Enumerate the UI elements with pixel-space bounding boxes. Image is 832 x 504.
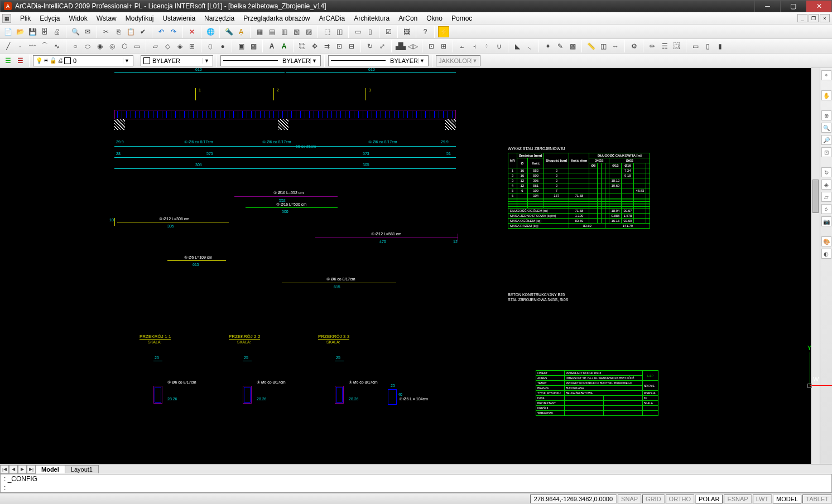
dropdown-arrow-icon[interactable]: ▼ (310, 58, 318, 64)
mesh-icon[interactable]: ⊞ (186, 41, 198, 52)
explode-icon[interactable]: ✦ (542, 41, 554, 52)
shade-icon[interactable]: ◐ (821, 249, 831, 259)
sphere-icon[interactable]: ● (217, 41, 228, 52)
menu-arcon[interactable]: ArCon (394, 13, 422, 23)
find-icon[interactable]: 🔦 (223, 26, 234, 37)
offset-icon[interactable]: ⇉ (321, 41, 333, 52)
print-icon[interactable]: 🖨 (51, 26, 62, 37)
menu-plik[interactable]: Plik (16, 13, 35, 23)
3dview-icon[interactable]: ◈ (821, 180, 831, 190)
toggle-ortho[interactable]: ORTHO (666, 495, 695, 503)
menu-wstaw[interactable]: Wstaw (92, 13, 121, 23)
orbit-icon[interactable]: ↻ (821, 167, 831, 177)
circle-icon[interactable]: ○ (70, 41, 81, 52)
misc1-icon[interactable]: ⚙ (628, 41, 639, 52)
toggle-grid[interactable]: GRID (642, 495, 665, 503)
menu-narzedzia[interactable]: Narzędzia (200, 13, 239, 23)
command-line[interactable]: : _CONFIG : (0, 474, 832, 493)
layer-mgr-icon[interactable]: ☰ (2, 55, 13, 66)
grid4-icon[interactable]: ▧ (291, 26, 302, 37)
menu-arcadia[interactable]: ArCADia (315, 13, 350, 23)
pan-icon[interactable]: ✋ (821, 90, 831, 100)
check-icon[interactable]: ☑ (383, 26, 394, 37)
redo-icon[interactable]: ↷ (168, 26, 179, 37)
layer-l-icon[interactable]: ▮ (714, 41, 725, 52)
color-selector[interactable]: BYLAYER ▼ (141, 55, 213, 66)
drawing-canvas[interactable]: ⌖ ✋ ⊕ 🔍 🔎 ⊡ ↻ ◈ ▱ ◊ 📷 🎨 ◐ 1 2 3 610 610 … (0, 68, 832, 464)
zoom-all-icon[interactable]: ⊡ (821, 147, 831, 157)
save-icon[interactable]: 💾 (27, 26, 38, 37)
tab-next[interactable]: ▶ (18, 465, 27, 474)
zoom-win-icon[interactable]: 🔍 (821, 123, 831, 133)
cyl-icon[interactable]: ⬯ (205, 41, 216, 52)
toggle-tablet[interactable]: TABLET (802, 495, 832, 503)
move-icon[interactable]: ✥ (309, 41, 320, 52)
delete-icon[interactable]: ✕ (186, 26, 198, 37)
3dface-icon[interactable]: ◈ (174, 41, 185, 52)
tab-layout1[interactable]: Layout1 (65, 465, 99, 473)
mdi-minimize[interactable]: _ (797, 14, 807, 22)
menu-okno[interactable]: Okno (422, 13, 447, 23)
selsim-icon[interactable]: ⿴ (671, 41, 682, 52)
camera-icon[interactable]: 📷 (821, 216, 831, 226)
tab-first[interactable]: |◀ (0, 465, 9, 474)
grid-icon[interactable]: ▦ (254, 26, 265, 37)
arc-icon[interactable]: ⌒ (39, 41, 50, 52)
polygon-icon[interactable]: ⬡ (119, 41, 130, 52)
props-icon[interactable]: ☴ (659, 41, 670, 52)
layer-selector[interactable]: 💡 ☀ 🔓 🖨 0 ▼ (33, 55, 133, 66)
join-icon[interactable]: ∪ (493, 41, 504, 52)
ent-snap-icon[interactable]: ⌖ (821, 70, 831, 80)
snap1-icon[interactable]: ⊡ (426, 41, 437, 52)
rect-icon[interactable]: ▭ (131, 41, 142, 52)
view1-icon[interactable]: ⬚ (321, 26, 333, 37)
text-icon[interactable]: A (266, 41, 277, 52)
dropdown-arrow-icon[interactable]: ▼ (123, 58, 131, 64)
tab-prev[interactable]: ◀ (9, 465, 18, 474)
menu-ustawienia[interactable]: Ustawienia (158, 13, 200, 23)
toggle-lwt[interactable]: LWT (753, 495, 772, 503)
donut-icon[interactable]: ◉ (94, 41, 105, 52)
system-menu-icon[interactable]: ▦ (2, 14, 11, 23)
layer-prev-icon[interactable]: ☰ (15, 55, 26, 66)
toggle-snap[interactable]: SNAP (618, 495, 641, 503)
menu-przegladarka[interactable]: Przeglądarka obrazów (239, 13, 314, 23)
open-icon[interactable]: 📂 (15, 26, 26, 37)
ring-icon[interactable]: ◎ (107, 41, 118, 52)
block-icon[interactable]: ▣ (235, 41, 247, 52)
tab-last[interactable]: ▶| (27, 465, 36, 474)
toggle-esnap[interactable]: ESNAP (724, 495, 751, 503)
dropdown-arrow-icon[interactable]: ▼ (418, 58, 426, 64)
linetype-selector[interactable]: BYLAYER ▼ (220, 55, 321, 66)
scale-icon[interactable]: ⤢ (377, 41, 388, 52)
mirror-icon[interactable]: ▟▙ (395, 41, 406, 52)
edit-icon[interactable]: ✎ (555, 41, 566, 52)
hatch-icon[interactable]: ▩ (248, 41, 259, 52)
tab-model[interactable]: Model (35, 465, 65, 473)
array2-icon[interactable]: ⊟ (346, 41, 357, 52)
mirror2-icon[interactable]: ◁▷ (407, 41, 419, 52)
point-icon[interactable]: · (15, 41, 26, 52)
scrollbar[interactable] (811, 68, 820, 464)
dropdown-arrow-icon[interactable]: ▼ (203, 58, 210, 64)
trim-icon[interactable]: ⫠ (456, 41, 468, 52)
layer-t-icon[interactable]: ▭ (690, 41, 701, 52)
fillet-icon[interactable]: ◟ (524, 41, 535, 52)
view2-icon[interactable]: ◫ (334, 26, 345, 37)
mail-icon[interactable]: ✉ (82, 26, 93, 37)
plane-icon[interactable]: ◇ (162, 41, 173, 52)
zoom-ext-icon[interactable]: ⊕ (821, 110, 831, 120)
layer-f-icon[interactable]: ▯ (702, 41, 713, 52)
lineweight-selector[interactable]: BYLAYER ▼ (328, 55, 429, 66)
match-icon[interactable]: ✔ (137, 26, 148, 37)
planview-icon[interactable]: ▱ (821, 192, 831, 202)
new-icon[interactable]: 📄 (2, 26, 13, 37)
break-icon[interactable]: ÷ (481, 41, 492, 52)
menu-modyfikuj[interactable]: Modyfikuj (121, 13, 158, 23)
minimize-button[interactable]: ─ (754, 1, 780, 12)
dist-icon[interactable]: ↔ (610, 41, 621, 52)
menu-widok[interactable]: Widok (64, 13, 92, 23)
paste-icon[interactable]: 📋 (125, 26, 136, 37)
grid2-icon[interactable]: ▤ (266, 26, 277, 37)
snap2-icon[interactable]: ⊞ (438, 41, 449, 52)
